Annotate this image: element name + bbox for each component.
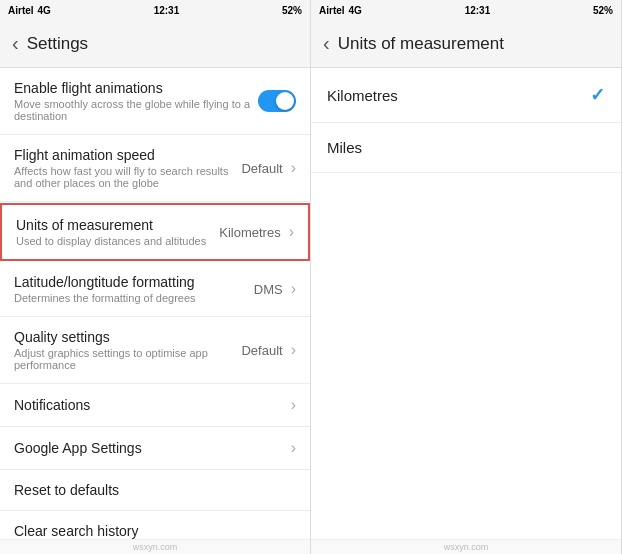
- animation-speed-chevron: ›: [291, 159, 296, 177]
- lat-lon-chevron: ›: [291, 280, 296, 298]
- right-status-bar: Airtel 4G 12:31 52%: [311, 0, 621, 20]
- left-status-left: Airtel 4G: [8, 5, 51, 16]
- left-battery: 52%: [282, 5, 302, 16]
- quality-title: Quality settings: [14, 329, 241, 345]
- animation-speed-value: Default: [241, 161, 282, 176]
- right-watermark: wsxyn.com: [311, 539, 621, 554]
- setting-item-flight-animations[interactable]: Enable flight animations Move smoothly a…: [0, 68, 310, 135]
- right-battery: 52%: [593, 5, 613, 16]
- units-of-measurement-title: Units of measurement: [16, 217, 219, 233]
- settings-list: Enable flight animations Move smoothly a…: [0, 68, 310, 539]
- quality-subtitle: Adjust graphics settings to optimise app…: [14, 347, 241, 371]
- google-app-title: Google App Settings: [14, 440, 291, 456]
- quality-value: Default: [241, 343, 282, 358]
- left-time: 12:31: [154, 5, 180, 16]
- animation-speed-subtitle: Affects how fast you will fly to search …: [14, 165, 241, 189]
- google-app-chevron: ›: [291, 439, 296, 457]
- units-of-measurement-value: Kilometres: [219, 225, 280, 240]
- setting-item-animation-speed[interactable]: Flight animation speed Affects how fast …: [0, 135, 310, 202]
- units-of-measurement-chevron: ›: [289, 223, 294, 241]
- setting-item-quality[interactable]: Quality settings Adjust graphics setting…: [0, 317, 310, 384]
- clear-history-title: Clear search history: [14, 523, 296, 539]
- left-carrier: Airtel: [8, 5, 34, 16]
- left-panel: Airtel 4G 12:31 52% ‹ Settings Enable fl…: [0, 0, 311, 554]
- left-status-bar: Airtel 4G 12:31 52%: [0, 0, 310, 20]
- units-list: Kilometres ✓ Miles: [311, 68, 621, 539]
- flight-animations-title: Enable flight animations: [14, 80, 258, 96]
- notifications-title: Notifications: [14, 397, 291, 413]
- notifications-chevron: ›: [291, 396, 296, 414]
- left-header: ‹ Settings: [0, 20, 310, 68]
- unit-item-kilometres[interactable]: Kilometres ✓: [311, 68, 621, 123]
- unit-item-miles[interactable]: Miles: [311, 123, 621, 173]
- quality-chevron: ›: [291, 341, 296, 359]
- left-network: 4G: [38, 5, 51, 16]
- right-status-right: 52%: [593, 5, 613, 16]
- right-status-left: Airtel 4G: [319, 5, 362, 16]
- left-panel-title: Settings: [27, 34, 88, 54]
- setting-item-lat-lon[interactable]: Latitude/longtitude formatting Determine…: [0, 262, 310, 317]
- setting-item-units-of-measurement[interactable]: Units of measurement Used to display dis…: [0, 203, 310, 261]
- right-header: ‹ Units of measurement: [311, 20, 621, 68]
- right-network: 4G: [349, 5, 362, 16]
- lat-lon-value: DMS: [254, 282, 283, 297]
- setting-item-reset[interactable]: Reset to defaults: [0, 470, 310, 511]
- lat-lon-title: Latitude/longtitude formatting: [14, 274, 254, 290]
- miles-label: Miles: [327, 139, 362, 156]
- kilometres-label: Kilometres: [327, 87, 398, 104]
- right-back-button[interactable]: ‹: [323, 32, 330, 55]
- setting-item-notifications[interactable]: Notifications ›: [0, 384, 310, 427]
- reset-title: Reset to defaults: [14, 482, 296, 498]
- left-watermark: wsxyn.com: [0, 539, 310, 554]
- setting-item-clear-history[interactable]: Clear search history: [0, 511, 310, 539]
- animation-speed-title: Flight animation speed: [14, 147, 241, 163]
- lat-lon-subtitle: Determines the formatting of degrees: [14, 292, 254, 304]
- flight-animations-toggle[interactable]: [258, 90, 296, 112]
- flight-animations-subtitle: Move smoothly across the globe while fly…: [14, 98, 258, 122]
- right-carrier: Airtel: [319, 5, 345, 16]
- kilometres-check-icon: ✓: [590, 84, 605, 106]
- units-of-measurement-subtitle: Used to display distances and altitudes: [16, 235, 219, 247]
- right-panel-title: Units of measurement: [338, 34, 504, 54]
- left-status-right: 52%: [282, 5, 302, 16]
- setting-item-google-app[interactable]: Google App Settings ›: [0, 427, 310, 470]
- left-back-button[interactable]: ‹: [12, 32, 19, 55]
- right-panel: Airtel 4G 12:31 52% ‹ Units of measureme…: [311, 0, 622, 554]
- right-time: 12:31: [465, 5, 491, 16]
